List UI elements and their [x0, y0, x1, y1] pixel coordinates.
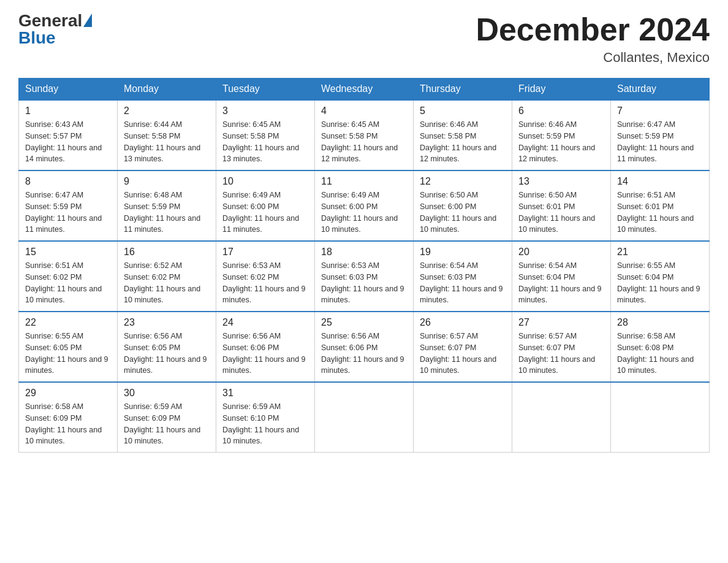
day-info: Sunrise: 6:46 AMSunset: 5:59 PMDaylight:…: [518, 120, 595, 163]
calendar-header-sunday: Sunday: [19, 79, 118, 101]
calendar-cell: 13 Sunrise: 6:50 AMSunset: 6:01 PMDaylig…: [512, 170, 611, 241]
calendar-cell: 14 Sunrise: 6:51 AMSunset: 6:01 PMDaylig…: [611, 170, 710, 241]
calendar-cell: 5 Sunrise: 6:46 AMSunset: 5:58 PMDayligh…: [414, 100, 512, 170]
calendar-week-row: 29 Sunrise: 6:58 AMSunset: 6:09 PMDaylig…: [19, 382, 710, 453]
day-info: Sunrise: 6:56 AMSunset: 6:06 PMDaylight:…: [321, 332, 404, 375]
calendar-cell: 29 Sunrise: 6:58 AMSunset: 6:09 PMDaylig…: [19, 382, 118, 453]
day-info: Sunrise: 6:46 AMSunset: 5:58 PMDaylight:…: [420, 120, 496, 163]
calendar-week-row: 22 Sunrise: 6:55 AMSunset: 6:05 PMDaylig…: [19, 312, 710, 382]
calendar-week-row: 8 Sunrise: 6:47 AMSunset: 5:59 PMDayligh…: [19, 170, 710, 241]
calendar-cell: 6 Sunrise: 6:46 AMSunset: 5:59 PMDayligh…: [512, 100, 611, 170]
calendar-cell: 3 Sunrise: 6:45 AMSunset: 5:58 PMDayligh…: [216, 100, 315, 170]
calendar-cell: 30 Sunrise: 6:59 AMSunset: 6:09 PMDaylig…: [118, 382, 216, 453]
day-info: Sunrise: 6:47 AMSunset: 5:59 PMDaylight:…: [25, 191, 102, 234]
day-info: Sunrise: 6:54 AMSunset: 6:04 PMDaylight:…: [518, 261, 602, 304]
title-block: December 2024 Collantes, Mexico: [476, 12, 710, 66]
calendar-table: SundayMondayTuesdayWednesdayThursdayFrid…: [18, 78, 710, 453]
day-info: Sunrise: 6:43 AMSunset: 5:57 PMDaylight:…: [25, 120, 102, 163]
day-info: Sunrise: 6:51 AMSunset: 6:01 PMDaylight:…: [617, 191, 694, 234]
page-header: General Blue December 2024 Collantes, Me…: [18, 12, 710, 66]
calendar-cell: 24 Sunrise: 6:56 AMSunset: 6:06 PMDaylig…: [216, 312, 315, 382]
day-info: Sunrise: 6:49 AMSunset: 6:00 PMDaylight:…: [222, 191, 299, 234]
calendar-header-monday: Monday: [118, 79, 216, 101]
calendar-cell: 18 Sunrise: 6:53 AMSunset: 6:03 PMDaylig…: [315, 241, 414, 312]
calendar-cell: [414, 382, 512, 453]
calendar-cell: 19 Sunrise: 6:54 AMSunset: 6:03 PMDaylig…: [414, 241, 512, 312]
calendar-cell: 21 Sunrise: 6:55 AMSunset: 6:04 PMDaylig…: [611, 241, 710, 312]
day-info: Sunrise: 6:53 AMSunset: 6:03 PMDaylight:…: [321, 261, 404, 304]
calendar-header-tuesday: Tuesday: [216, 79, 315, 101]
calendar-header-friday: Friday: [512, 79, 611, 101]
calendar-cell: 4 Sunrise: 6:45 AMSunset: 5:58 PMDayligh…: [315, 100, 414, 170]
day-info: Sunrise: 6:56 AMSunset: 6:05 PMDaylight:…: [124, 332, 207, 375]
day-info: Sunrise: 6:55 AMSunset: 6:04 PMDaylight:…: [617, 261, 700, 304]
day-info: Sunrise: 6:55 AMSunset: 6:05 PMDaylight:…: [25, 332, 108, 375]
calendar-cell: 16 Sunrise: 6:52 AMSunset: 6:02 PMDaylig…: [118, 241, 216, 312]
calendar-header-row: SundayMondayTuesdayWednesdayThursdayFrid…: [19, 79, 710, 101]
day-number: 23: [124, 317, 210, 328]
day-info: Sunrise: 6:56 AMSunset: 6:06 PMDaylight:…: [222, 332, 306, 375]
calendar-cell: 22 Sunrise: 6:55 AMSunset: 6:05 PMDaylig…: [19, 312, 118, 382]
logo-blue-text: Blue: [18, 29, 92, 47]
day-info: Sunrise: 6:48 AMSunset: 5:59 PMDaylight:…: [124, 191, 200, 234]
calendar-cell: 2 Sunrise: 6:44 AMSunset: 5:58 PMDayligh…: [118, 100, 216, 170]
day-info: Sunrise: 6:50 AMSunset: 6:00 PMDaylight:…: [420, 191, 496, 234]
calendar-week-row: 15 Sunrise: 6:51 AMSunset: 6:02 PMDaylig…: [19, 241, 710, 312]
calendar-cell: 1 Sunrise: 6:43 AMSunset: 5:57 PMDayligh…: [19, 100, 118, 170]
day-info: Sunrise: 6:45 AMSunset: 5:58 PMDaylight:…: [321, 120, 398, 163]
calendar-cell: 23 Sunrise: 6:56 AMSunset: 6:05 PMDaylig…: [118, 312, 216, 382]
calendar-cell: 25 Sunrise: 6:56 AMSunset: 6:06 PMDaylig…: [315, 312, 414, 382]
logo-triangle-icon: [83, 13, 92, 27]
day-number: 13: [518, 176, 604, 187]
day-number: 30: [124, 388, 210, 399]
calendar-cell: [315, 382, 414, 453]
day-info: Sunrise: 6:44 AMSunset: 5:58 PMDaylight:…: [124, 120, 200, 163]
calendar-cell: 28 Sunrise: 6:58 AMSunset: 6:08 PMDaylig…: [611, 312, 710, 382]
day-number: 20: [518, 247, 604, 258]
day-number: 21: [617, 247, 703, 258]
calendar-header-saturday: Saturday: [611, 79, 710, 101]
day-number: 3: [222, 105, 308, 117]
day-number: 18: [321, 247, 407, 258]
day-number: 25: [321, 317, 407, 328]
calendar-cell: [611, 382, 710, 453]
calendar-header-wednesday: Wednesday: [315, 79, 414, 101]
calendar-cell: 10 Sunrise: 6:49 AMSunset: 6:00 PMDaylig…: [216, 170, 315, 241]
day-info: Sunrise: 6:45 AMSunset: 5:58 PMDaylight:…: [222, 120, 299, 163]
day-number: 4: [321, 105, 407, 117]
day-number: 6: [518, 105, 604, 117]
day-number: 10: [222, 176, 308, 187]
day-info: Sunrise: 6:59 AMSunset: 6:09 PMDaylight:…: [124, 402, 200, 445]
calendar-cell: 31 Sunrise: 6:59 AMSunset: 6:10 PMDaylig…: [216, 382, 315, 453]
day-number: 11: [321, 176, 407, 187]
day-info: Sunrise: 6:54 AMSunset: 6:03 PMDaylight:…: [420, 261, 503, 304]
calendar-week-row: 1 Sunrise: 6:43 AMSunset: 5:57 PMDayligh…: [19, 100, 710, 170]
day-number: 2: [124, 105, 210, 117]
day-number: 14: [617, 176, 703, 187]
logo: General Blue: [18, 12, 92, 47]
calendar-cell: 26 Sunrise: 6:57 AMSunset: 6:07 PMDaylig…: [414, 312, 512, 382]
day-info: Sunrise: 6:58 AMSunset: 6:09 PMDaylight:…: [25, 402, 102, 445]
day-number: 1: [25, 105, 111, 117]
day-number: 7: [617, 105, 703, 117]
day-number: 22: [25, 317, 111, 328]
day-info: Sunrise: 6:47 AMSunset: 5:59 PMDaylight:…: [617, 120, 694, 163]
day-info: Sunrise: 6:51 AMSunset: 6:02 PMDaylight:…: [25, 261, 102, 304]
day-number: 9: [124, 176, 210, 187]
calendar-cell: 12 Sunrise: 6:50 AMSunset: 6:00 PMDaylig…: [414, 170, 512, 241]
day-number: 26: [420, 317, 506, 328]
calendar-header-thursday: Thursday: [414, 79, 512, 101]
calendar-cell: 15 Sunrise: 6:51 AMSunset: 6:02 PMDaylig…: [19, 241, 118, 312]
day-info: Sunrise: 6:59 AMSunset: 6:10 PMDaylight:…: [222, 402, 299, 445]
day-number: 19: [420, 247, 506, 258]
day-number: 31: [222, 388, 308, 399]
logo-general-text: General: [18, 12, 82, 29]
calendar-cell: 9 Sunrise: 6:48 AMSunset: 5:59 PMDayligh…: [118, 170, 216, 241]
day-number: 17: [222, 247, 308, 258]
day-number: 16: [124, 247, 210, 258]
month-year-title: December 2024: [476, 12, 710, 47]
day-number: 29: [25, 388, 111, 399]
day-info: Sunrise: 6:58 AMSunset: 6:08 PMDaylight:…: [617, 332, 694, 375]
location-subtitle: Collantes, Mexico: [476, 50, 710, 66]
day-number: 12: [420, 176, 506, 187]
